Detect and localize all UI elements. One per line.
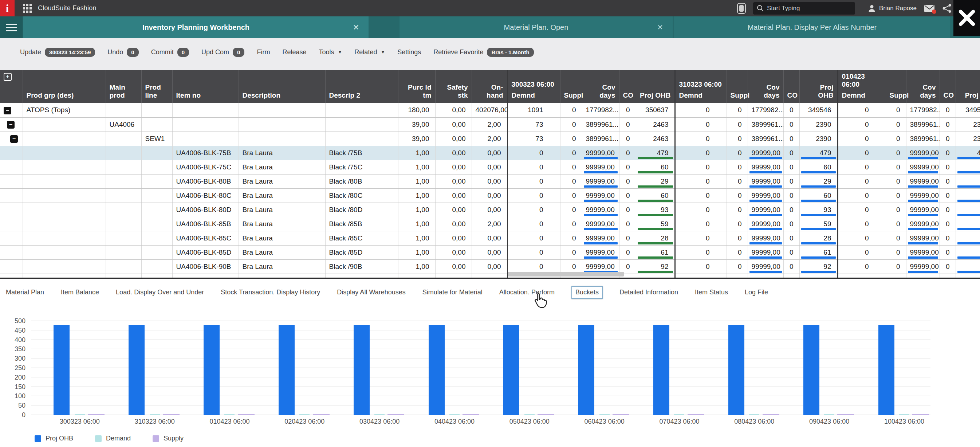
cell-cov-days[interactable]: 3899961...: [748, 132, 783, 146]
cell-description[interactable]: [239, 117, 325, 132]
cell-co[interactable]: 0: [783, 132, 799, 146]
cell-demnd[interactable]: 0: [838, 117, 886, 132]
cell-mainprod[interactable]: [106, 274, 141, 279]
column-header[interactable]: Suppl: [727, 70, 748, 103]
cell-itemno[interactable]: [172, 132, 239, 146]
cell-demnd[interactable]: 0: [507, 217, 560, 231]
cell-demnd[interactable]: 0: [675, 231, 727, 245]
cell-on-hand[interactable]: 0,00: [472, 259, 507, 274]
cell-demnd[interactable]: 0: [838, 174, 886, 188]
cell-itemno[interactable]: UA4006-BLK-85B: [172, 217, 239, 231]
cell-suppl[interactable]: 0: [727, 103, 748, 117]
cell-co[interactable]: 0: [940, 174, 956, 188]
row-expander-cell[interactable]: −: [0, 103, 22, 117]
cell-descrip2[interactable]: [325, 103, 398, 117]
cell-proj-ohb[interactable]: 2390: [956, 117, 980, 132]
cell-suppl[interactable]: 0: [727, 132, 748, 146]
cell-itemno[interactable]: UA4006-BLK-90C: [172, 274, 239, 279]
cell-suppl[interactable]: 0: [560, 245, 582, 259]
cell-co[interactable]: 0: [940, 146, 956, 160]
cell-co[interactable]: 0: [619, 231, 636, 245]
bottom-tab-stock-transaction-display-history[interactable]: Stock Transaction. Display History: [221, 288, 320, 296]
cell-demnd[interactable]: 0: [838, 188, 886, 202]
cell-suppl[interactable]: 0: [560, 103, 582, 117]
cell-cov-days[interactable]: 99999,00: [582, 202, 619, 217]
cell-suppl[interactable]: 0: [886, 231, 906, 245]
cell-description[interactable]: Bra Laura: [239, 188, 325, 202]
cell-proj-ohb[interactable]: 2390: [799, 117, 838, 132]
row-expander-cell[interactable]: −: [0, 117, 22, 132]
cell-cov-days[interactable]: 99999,00: [906, 274, 940, 279]
cell-co[interactable]: 0: [783, 188, 799, 202]
cell-prodgrp[interactable]: [22, 217, 106, 231]
cell-demnd[interactable]: 0: [675, 202, 727, 217]
cell-proj-ohb[interactable]: 29: [956, 174, 980, 188]
cell-proj-ohb[interactable]: 29: [956, 274, 980, 279]
table-row[interactable]: UA4006-BLK-80DBra LauraBlack /80D1,000,0…: [0, 202, 980, 217]
column-header[interactable]: Cov days: [748, 70, 783, 103]
column-header[interactable]: 300323 06:00Demnd: [507, 70, 560, 103]
cell-proj-ohb[interactable]: 29: [636, 274, 675, 279]
cell-description[interactable]: Bra Laura: [239, 217, 325, 231]
cell-demnd[interactable]: 73: [507, 132, 560, 146]
cell-safety-stk[interactable]: 0,00: [435, 188, 472, 202]
tab-material-plan-display-per-alias-number[interactable]: Material Plan. Display Per Alias Number: [674, 16, 950, 38]
cell-purc-ld-tm[interactable]: 1,00: [398, 231, 435, 245]
cell-prodgrp[interactable]: [22, 188, 106, 202]
cell-mainprod[interactable]: [106, 231, 141, 245]
cell-co[interactable]: 0: [619, 202, 636, 217]
cell-purc-ld-tm[interactable]: 1,00: [398, 188, 435, 202]
column-header[interactable]: CO: [940, 70, 956, 103]
cell-proj-ohb[interactable]: 349546: [799, 103, 838, 117]
cell-co[interactable]: 0: [619, 146, 636, 160]
cell-mainprod[interactable]: [106, 160, 141, 174]
cell-descrip2[interactable]: Black /75C: [325, 160, 398, 174]
related-menu-button[interactable]: Related▼: [354, 48, 385, 56]
table-row[interactable]: UA4006-BLK-80BBra LauraBlack /80B1,000,0…: [0, 174, 980, 188]
cell-co[interactable]: 0: [783, 245, 799, 259]
cell-co[interactable]: 0: [940, 117, 956, 132]
cell-co[interactable]: 0: [783, 117, 799, 132]
cell-prodline[interactable]: [141, 103, 172, 117]
cell-co[interactable]: 0: [783, 217, 799, 231]
legend-item-supply[interactable]: Supply: [153, 434, 183, 442]
update-button[interactable]: Update300323 14:23:59: [20, 48, 95, 57]
column-header[interactable]: Proj OHB: [636, 70, 675, 103]
cell-proj-ohb[interactable]: 93: [799, 202, 838, 217]
cell-cov-days[interactable]: 99999,00: [748, 188, 783, 202]
undo-button[interactable]: Undo0: [107, 48, 138, 57]
cell-demnd[interactable]: 0: [507, 202, 560, 217]
cell-on-hand[interactable]: 402076,00: [472, 103, 507, 117]
release-button[interactable]: Release: [282, 48, 306, 56]
cell-mainprod[interactable]: [106, 174, 141, 188]
cell-itemno[interactable]: UA4006-BLK-80C: [172, 188, 239, 202]
column-header[interactable]: Suppl: [560, 70, 582, 103]
cell-proj-ohb[interactable]: 60: [636, 160, 675, 174]
cell-descrip2[interactable]: Black /80B: [325, 174, 398, 188]
cell-proj-ohb[interactable]: 60: [956, 188, 980, 202]
cell-co[interactable]: 0: [783, 103, 799, 117]
bottom-tab-material-plan[interactable]: Material Plan: [6, 288, 44, 296]
cell-co[interactable]: 0: [783, 174, 799, 188]
cell-cov-days[interactable]: 3899961...: [906, 117, 940, 132]
table-row[interactable]: −ATOPS (Tops)180,000,00402076,0010910177…: [0, 103, 980, 117]
cell-demnd[interactable]: 0: [675, 174, 727, 188]
cell-cov-days[interactable]: 99999,00: [582, 174, 619, 188]
cell-descrip2[interactable]: [325, 117, 398, 132]
cell-purc-ld-tm[interactable]: 1,00: [398, 217, 435, 231]
cell-demnd[interactable]: 0: [838, 202, 886, 217]
column-header[interactable]: Item no: [172, 70, 239, 103]
cell-description[interactable]: Bra Laura: [239, 174, 325, 188]
cell-description[interactable]: Bra Laura: [239, 245, 325, 259]
cell-description[interactable]: Bra Laura: [239, 231, 325, 245]
tools-menu-button[interactable]: Tools▼: [319, 48, 342, 56]
cell-co[interactable]: 0: [940, 231, 956, 245]
cell-suppl[interactable]: 0: [560, 217, 582, 231]
cell-itemno[interactable]: UA4006-BLK-85C: [172, 231, 239, 245]
cell-cov-days[interactable]: 1779982...: [582, 103, 619, 117]
cell-proj-ohb[interactable]: 29: [799, 174, 838, 188]
cell-demnd[interactable]: 0: [675, 146, 727, 160]
cell-cov-days[interactable]: 3899961...: [582, 117, 619, 132]
cell-demnd[interactable]: 0: [838, 103, 886, 117]
cell-cov-days[interactable]: 99999,00: [906, 188, 940, 202]
